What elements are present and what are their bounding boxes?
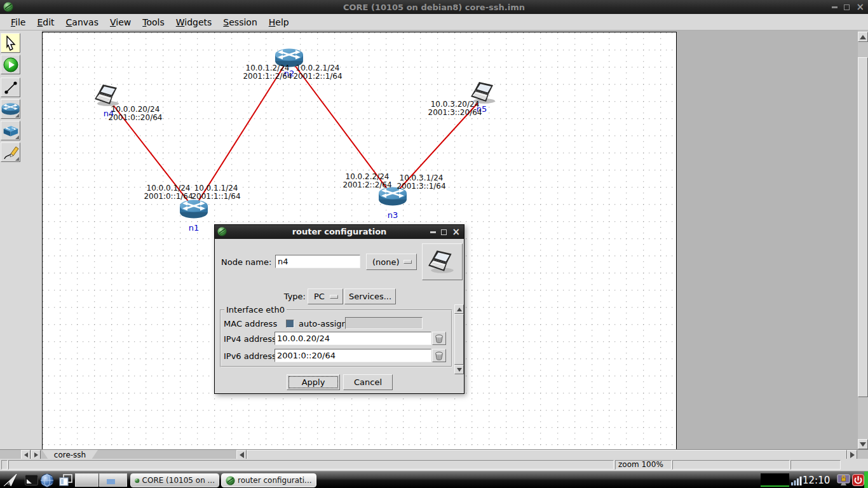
- iface-label: 10.0.3.1/24 2001:3::1/64: [397, 174, 445, 191]
- submenu-triangle-icon: [15, 157, 19, 161]
- lock-screen-icon[interactable]: [836, 474, 851, 488]
- minimize-icon[interactable]: [832, 6, 837, 8]
- scroll-right-button[interactable]: [847, 450, 857, 459]
- laptop-icon: [428, 249, 457, 274]
- iface-label: 10.0.1.2/24 2001:1::2/64: [243, 64, 292, 81]
- window-title: CORE (10105 on debian8) core-ssh.imn: [0, 3, 868, 12]
- scroll-thumb[interactable]: [454, 314, 464, 365]
- window-titlebar[interactable]: CORE (10105 on debian8) core-ssh.imn ×: [0, 0, 868, 14]
- type-dropdown[interactable]: PC: [308, 288, 343, 304]
- workspace-2[interactable]: [99, 473, 127, 487]
- desktop: CORE (10105 on debian8) core-ssh.imn × F…: [0, 0, 868, 488]
- zoom-level-cell: zoom 100%: [615, 460, 672, 470]
- ipv6-text: 2001:1::1/64: [191, 193, 240, 201]
- play-icon: [3, 57, 18, 72]
- canvas-tab-label: core-ssh: [54, 451, 86, 459]
- status-grip: [1, 460, 8, 470]
- pages-icon[interactable]: [58, 474, 74, 488]
- hscroll-thumb[interactable]: [247, 450, 847, 459]
- maximize-icon[interactable]: [441, 229, 447, 235]
- scroll-up-button[interactable]: [454, 304, 464, 314]
- clock: 12:10: [803, 475, 830, 486]
- signal-bars-icon: [791, 476, 802, 488]
- dialog-title: router configuration: [215, 227, 464, 236]
- menu-session[interactable]: Session: [217, 15, 262, 29]
- hub-tool-button[interactable]: [1, 121, 20, 140]
- status-message-cell: [8, 460, 614, 470]
- submenu-triangle-icon: [15, 114, 19, 118]
- link-tool-button[interactable]: [1, 78, 20, 97]
- iface-label: 10.0.1.1/24 2001:1::1/64: [191, 184, 240, 201]
- scroll-up-button[interactable]: [858, 32, 868, 42]
- canvas-tab[interactable]: core-ssh: [42, 450, 98, 459]
- vscroll-thumb[interactable]: [858, 57, 868, 397]
- menu-canvas[interactable]: Canvas: [60, 15, 104, 29]
- interface-scrollbar[interactable]: [454, 304, 464, 374]
- vertical-scrollbar[interactable]: [858, 30, 868, 449]
- menu-edit[interactable]: Edit: [31, 15, 60, 29]
- apply-button[interactable]: Apply: [287, 374, 340, 390]
- horizontal-scrollbar[interactable]: [236, 450, 857, 459]
- show-desktop-icon[interactable]: [3, 473, 23, 488]
- node-icon-button[interactable]: [422, 243, 463, 280]
- dropdown-indicator-icon: [330, 295, 338, 299]
- arrow-up-icon: [457, 308, 462, 311]
- type-dropdown-value: PC: [314, 292, 325, 301]
- workspace-1[interactable]: [75, 473, 98, 487]
- menu-tools[interactable]: Tools: [137, 15, 170, 29]
- arrow-right-icon: [850, 452, 855, 458]
- window-icon[interactable]: [25, 475, 38, 488]
- tab-scroll-right-button[interactable]: [31, 450, 41, 459]
- taskbar: CORE (10105 on ... router configurati...…: [0, 471, 868, 488]
- menu-view[interactable]: View: [104, 15, 137, 29]
- auto-assign-checkbox[interactable]: [286, 320, 294, 328]
- menu-file[interactable]: File: [5, 15, 31, 29]
- annotation-tool-button[interactable]: [1, 142, 20, 162]
- arrow-down-icon: [860, 442, 866, 447]
- canvas-tab-bar: core-ssh: [0, 449, 868, 459]
- globe-icon[interactable]: [40, 473, 54, 488]
- router-node-icon: [179, 199, 208, 219]
- start-session-button[interactable]: [1, 55, 20, 74]
- ipv6-delete-button[interactable]: [432, 349, 446, 362]
- toolbar: [0, 30, 21, 449]
- services-button[interactable]: Services...: [344, 288, 396, 304]
- submenu-triangle-icon: [15, 135, 19, 139]
- arrow-left-icon: [24, 452, 28, 458]
- router-tool-button[interactable]: [1, 99, 20, 119]
- taskbar-task-router-config[interactable]: router configurati...: [221, 473, 316, 487]
- minimize-icon[interactable]: [430, 231, 436, 233]
- menu-help[interactable]: Help: [263, 15, 295, 29]
- dialog-titlebar[interactable]: router configuration ×: [215, 225, 464, 239]
- taskbar-task-core[interactable]: CORE (10105 on ...: [130, 473, 219, 487]
- ipv6-address-input[interactable]: [275, 349, 431, 362]
- node-label-n3: n3: [388, 210, 398, 220]
- scroll-left-button[interactable]: [236, 450, 247, 459]
- ipv4-delete-button[interactable]: [432, 332, 446, 345]
- maximize-icon[interactable]: [844, 4, 850, 10]
- node-name-label: Node name:: [221, 257, 271, 267]
- iface-label: 10.0.3.20/24 2001:3::20/64: [428, 100, 482, 117]
- scroll-down-button[interactable]: [454, 365, 464, 374]
- interface-groupbox: Interface eth0 MAC address auto-assign I…: [220, 309, 452, 367]
- node-n1[interactable]: [179, 199, 208, 222]
- icon-dropdown[interactable]: (none): [366, 254, 417, 270]
- close-icon[interactable]: ×: [452, 229, 460, 235]
- node-name-input[interactable]: [275, 255, 360, 268]
- iface-label: 10.0.0.1/24 2001:0::1/64: [144, 184, 193, 201]
- tab-scroll-left-button[interactable]: [21, 450, 31, 459]
- power-icon[interactable]: [852, 474, 864, 488]
- select-tool-button[interactable]: [1, 33, 20, 53]
- menu-widgets[interactable]: Widgets: [170, 15, 218, 29]
- arrow-left-icon: [240, 452, 244, 458]
- mac-address-label: MAC address: [224, 319, 277, 329]
- cancel-button[interactable]: Cancel: [343, 374, 393, 390]
- icon-dropdown-value: (none): [372, 257, 400, 267]
- core-icon: [135, 476, 140, 485]
- ipv6-text: 2001:0::20/64: [109, 114, 163, 122]
- ipv6-text: 2001:3::1/64: [397, 182, 445, 191]
- close-icon[interactable]: ×: [856, 4, 864, 10]
- cursor-icon: [4, 36, 18, 51]
- ipv4-address-input[interactable]: [275, 332, 431, 345]
- scroll-down-button[interactable]: [858, 439, 868, 449]
